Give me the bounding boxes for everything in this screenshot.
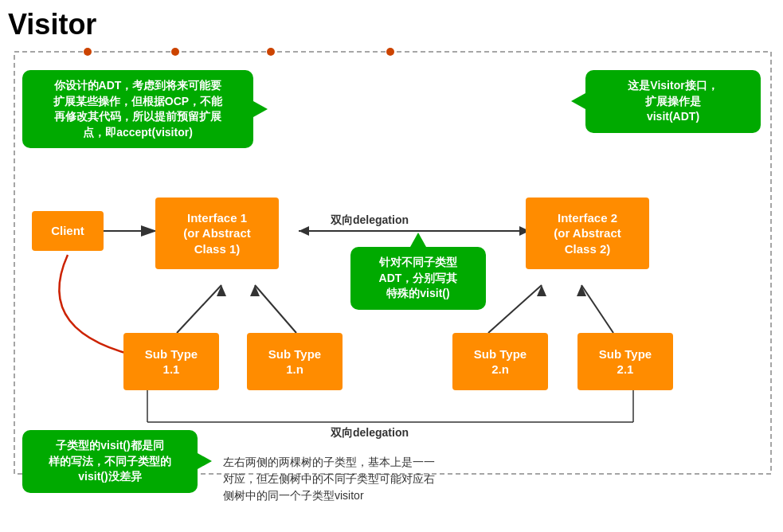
bubble-right-top: 这是Visitor接口， 扩展操作是 visit(ADT) [585,70,761,133]
svg-marker-9 [250,285,260,296]
subtype21-box: Sub Type 2.1 [577,333,673,390]
interface2-box: Interface 2 (or Abstract Class 2) [526,198,649,269]
subtype1n-box: Sub Type 1.n [247,333,343,390]
delegation-bottom-label: 双向delegation [331,426,409,440]
client-box: Client [32,211,104,251]
svg-point-4 [386,48,394,56]
svg-marker-7 [217,285,226,296]
subtype11-box: Sub Type 1.1 [123,333,219,390]
svg-marker-18 [299,226,309,236]
bubble-left-top: 你设计的ADT，考虑到将来可能要 扩展某些操作，但根据OCP，不能 再修改其代码… [22,70,253,148]
svg-marker-13 [577,285,586,296]
delegation-top-label: 双向delegation [331,213,409,228]
subtype2n-box: Sub Type 2.n [452,333,548,390]
svg-line-10 [488,285,542,333]
svg-point-3 [267,48,275,56]
svg-point-2 [171,48,179,56]
svg-marker-11 [537,285,546,296]
page-container: Visitor [0,0,783,532]
page-title: Visitor [8,8,775,41]
svg-point-1 [84,48,92,56]
interface1-box: Interface 1 (or Abstract Class 1) [155,198,279,269]
bottom-description: 左右两侧的两棵树的子类型，基本上是一一 对应，但左侧树中的不同子类型可能对应右 … [223,454,621,504]
svg-line-12 [581,285,613,333]
svg-line-8 [255,285,296,333]
bubble-bottom-left: 子类型的visit()都是同 样的写法，不同子类型的 visit()没差异 [22,430,198,493]
bubble-middle: 针对不同子类型 ADT，分别写其 特殊的visit() [350,247,486,310]
svg-line-6 [177,285,221,333]
